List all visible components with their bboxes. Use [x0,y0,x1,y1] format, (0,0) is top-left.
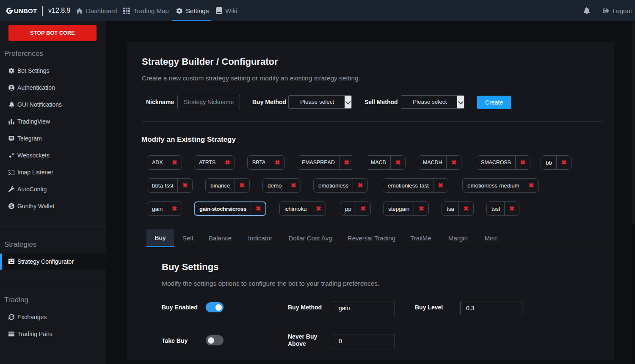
svg-text:$: $ [10,204,13,209]
